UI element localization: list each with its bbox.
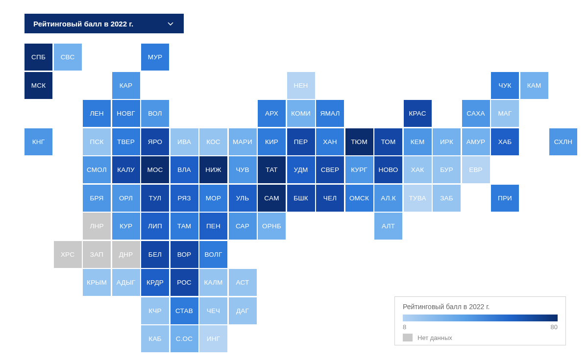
region-cell-ТВЕР[interactable]: ТВЕР xyxy=(112,128,140,155)
region-cell-СХЛН[interactable]: СХЛН xyxy=(549,128,577,155)
region-cell-ХАК[interactable]: ХАК xyxy=(404,156,432,183)
region-cell-КЕМ[interactable]: КЕМ xyxy=(404,128,432,155)
region-cell-ИРК[interactable]: ИРК xyxy=(433,128,461,155)
region-cell-ЛНР[interactable]: ЛНР xyxy=(83,213,111,240)
region-cell-ЧУК[interactable]: ЧУК xyxy=(491,72,519,99)
region-cell-НИЖ[interactable]: НИЖ xyxy=(199,156,227,183)
region-cell-КОМИ[interactable]: КОМИ xyxy=(287,100,315,127)
region-cell-МСК[interactable]: МСК xyxy=(24,72,52,99)
region-cell-КУР[interactable]: КУР xyxy=(112,213,140,240)
metric-dropdown-label: Рейтинговый балл в 2022 г. xyxy=(33,20,133,28)
legend-title: Рейтинговый балл в 2022 г. xyxy=(403,303,558,311)
region-cell-КРДР[interactable]: КРДР xyxy=(141,269,169,296)
region-cell-ТУВА[interactable]: ТУВА xyxy=(404,185,432,212)
region-cell-ЛЕН[interactable]: ЛЕН xyxy=(83,100,111,127)
region-cell-КУРГ[interactable]: КУРГ xyxy=(345,156,373,183)
region-cell-ВОЛ[interactable]: ВОЛ xyxy=(141,100,169,127)
region-cell-САМ[interactable]: САМ xyxy=(258,185,286,212)
region-cell-НОВО[interactable]: НОВО xyxy=(374,156,402,183)
legend-max: 80 xyxy=(551,323,558,331)
legend-gradient xyxy=(403,315,558,321)
region-cell-ЯРО[interactable]: ЯРО xyxy=(141,128,169,155)
region-cell-БШК[interactable]: БШК xyxy=(287,185,315,212)
region-cell-ОРЛ[interactable]: ОРЛ xyxy=(112,185,140,212)
region-cell-ВОЛГ[interactable]: ВОЛГ xyxy=(199,241,227,268)
region-cell-ХАБ[interactable]: ХАБ xyxy=(491,128,519,155)
region-cell-ТАМ[interactable]: ТАМ xyxy=(171,213,198,240)
region-cell-БРЯ[interactable]: БРЯ xyxy=(83,185,111,212)
region-cell-АМУР[interactable]: АМУР xyxy=(462,128,490,155)
region-cell-МАГ[interactable]: МАГ xyxy=(491,100,519,127)
region-cell-ТЮМ[interactable]: ТЮМ xyxy=(345,128,373,155)
region-cell-УЛЬ[interactable]: УЛЬ xyxy=(229,185,257,212)
region-cell-ЧЕЧ[interactable]: ЧЕЧ xyxy=(199,297,227,324)
region-cell-САР[interactable]: САР xyxy=(229,213,257,240)
region-cell-ЯМАЛ[interactable]: ЯМАЛ xyxy=(316,100,344,127)
region-cell-ТОМ[interactable]: ТОМ xyxy=(374,128,402,155)
region-cell-ПЕН[interactable]: ПЕН xyxy=(199,213,227,240)
region-cell-СВЕР[interactable]: СВЕР xyxy=(316,156,344,183)
region-cell-ТУЛ[interactable]: ТУЛ xyxy=(141,185,169,212)
region-cell-КАМ[interactable]: КАМ xyxy=(520,72,548,99)
region-cell-БУР[interactable]: БУР xyxy=(433,156,461,183)
region-cell-ХРС[interactable]: ХРС xyxy=(54,241,82,268)
region-cell-РОС[interactable]: РОС xyxy=(171,269,198,296)
region-cell-ТАТ[interactable]: ТАТ xyxy=(258,156,286,183)
region-cell-ЧУВ[interactable]: ЧУВ xyxy=(229,156,257,183)
region-cell-ХАН[interactable]: ХАН xyxy=(316,128,344,155)
region-cell-ОМСК[interactable]: ОМСК xyxy=(345,185,373,212)
region-cell-КРЫМ[interactable]: КРЫМ xyxy=(83,269,111,296)
region-cell-КОС[interactable]: КОС xyxy=(199,128,227,155)
region-cell-РЯЗ[interactable]: РЯЗ xyxy=(171,185,198,212)
region-cell-ЕВР[interactable]: ЕВР xyxy=(462,156,490,183)
region-cell-ВОР[interactable]: ВОР xyxy=(171,241,198,268)
region-cell-БЕЛ[interactable]: БЕЛ xyxy=(141,241,169,268)
region-cell-ЗАБ[interactable]: ЗАБ xyxy=(433,185,461,212)
region-cell-НЕН[interactable]: НЕН xyxy=(287,72,315,99)
region-cell-КАБ[interactable]: КАБ xyxy=(141,325,169,352)
region-cell-С.ОС[interactable]: С.ОС xyxy=(171,325,198,352)
region-cell-АСТ[interactable]: АСТ xyxy=(229,269,257,296)
region-cell-ДАГ[interactable]: ДАГ xyxy=(229,297,257,324)
region-cell-ПСК[interactable]: ПСК xyxy=(83,128,111,155)
region-cell-АРХ[interactable]: АРХ xyxy=(258,100,286,127)
region-cell-ИНГ[interactable]: ИНГ xyxy=(199,325,227,352)
region-cell-ЧЕЛ[interactable]: ЧЕЛ xyxy=(316,185,344,212)
region-cell-ВЛА[interactable]: ВЛА xyxy=(171,156,198,183)
region-cell-ОРНБ[interactable]: ОРНБ xyxy=(258,213,286,240)
region-cell-УДМ[interactable]: УДМ xyxy=(287,156,315,183)
region-cell-ИВА[interactable]: ИВА xyxy=(171,128,198,155)
region-cell-МОС[interactable]: МОС xyxy=(141,156,169,183)
region-cell-КАР[interactable]: КАР xyxy=(112,72,140,99)
chevron-down-icon xyxy=(166,19,175,28)
legend-ticks: 8 80 xyxy=(403,323,558,331)
region-cell-МУР[interactable]: МУР xyxy=(141,44,169,71)
region-cell-АЛ.К[interactable]: АЛ.К xyxy=(374,185,402,212)
region-cell-ПРИ[interactable]: ПРИ xyxy=(491,185,519,212)
region-cell-АДЫГ[interactable]: АДЫГ xyxy=(112,269,140,296)
region-cell-ЛИП[interactable]: ЛИП xyxy=(141,213,169,240)
region-cell-МАРИ[interactable]: МАРИ xyxy=(229,128,257,155)
region-cell-СПБ[interactable]: СПБ xyxy=(24,44,52,71)
legend-box: Рейтинговый балл в 2022 г. 8 80 Нет данн… xyxy=(394,296,566,345)
region-cell-КАЛУ[interactable]: КАЛУ xyxy=(112,156,140,183)
region-cell-ЗАП[interactable]: ЗАП xyxy=(83,241,111,268)
nodata-label: Нет данных xyxy=(417,334,452,341)
region-cell-КАЛМ[interactable]: КАЛМ xyxy=(199,269,227,296)
region-cell-ДНР[interactable]: ДНР xyxy=(112,241,140,268)
region-cell-СТАВ[interactable]: СТАВ xyxy=(171,297,198,324)
region-cell-СМОЛ[interactable]: СМОЛ xyxy=(83,156,111,183)
region-cell-САХА[interactable]: САХА xyxy=(462,100,490,127)
nodata-swatch xyxy=(403,334,413,341)
region-cell-ПЕР[interactable]: ПЕР xyxy=(287,128,315,155)
region-cell-КЧР[interactable]: КЧР xyxy=(141,297,169,324)
region-cell-АЛТ[interactable]: АЛТ xyxy=(374,213,402,240)
metric-dropdown[interactable]: Рейтинговый балл в 2022 г. xyxy=(24,14,184,33)
region-cell-КРАС[interactable]: КРАС xyxy=(404,100,432,127)
region-cell-СВС[interactable]: СВС xyxy=(54,44,82,71)
region-cell-НОВГ[interactable]: НОВГ xyxy=(112,100,140,127)
region-cell-КИР[interactable]: КИР xyxy=(258,128,286,155)
legend-nodata: Нет данных xyxy=(403,334,558,341)
region-cell-МОР[interactable]: МОР xyxy=(199,185,227,212)
region-cell-КНГ[interactable]: КНГ xyxy=(24,128,52,155)
